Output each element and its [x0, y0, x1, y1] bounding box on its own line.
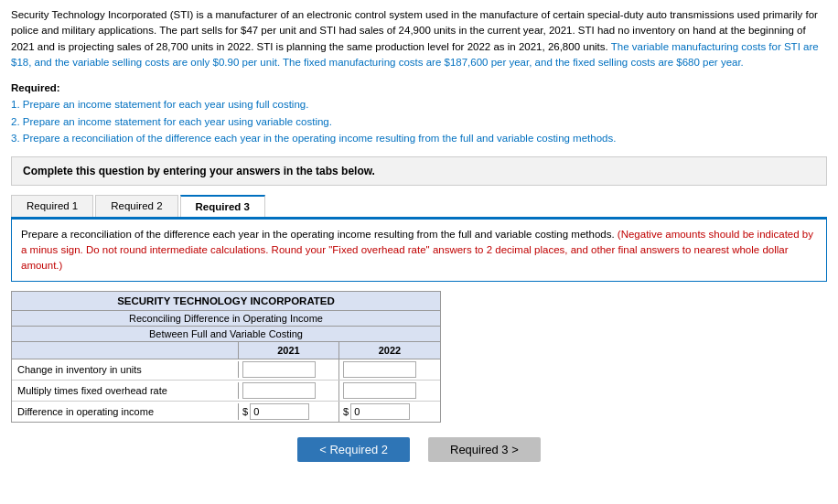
input-multiply-overhead-2021[interactable] [242, 382, 316, 399]
row-label-multiply-overhead: Multiply times fixed overhead rate [12, 382, 239, 399]
input-difference-income-2022[interactable] [350, 403, 410, 420]
next-required-3-button[interactable]: Required 3 > [428, 437, 541, 462]
tabs-row: Required 1 Required 2 Required 3 [11, 195, 827, 219]
table-header: SECURITY TECHNOLOGY INCORPORATED [12, 292, 440, 311]
tab-required-2[interactable]: Required 2 [95, 195, 177, 217]
input-change-inventory-2021[interactable] [242, 361, 316, 378]
dollar-sign-2022: $ [343, 406, 349, 417]
row-difference-income: Difference in operating income $ $ [12, 402, 440, 422]
instruction-red: (Negative amounts should be indicated by… [21, 229, 813, 272]
instruction-box: Prepare a reconciliation of the differen… [11, 219, 827, 283]
intro-paragraph: Security Technology Incorporated (STI) i… [11, 7, 827, 70]
tab-required-3[interactable]: Required 3 [180, 195, 265, 217]
tab-required-1[interactable]: Required 1 [11, 195, 93, 217]
reconciliation-table: SECURITY TECHNOLOGY INCORPORATED Reconci… [11, 291, 441, 423]
complete-box: Complete this question by entering your … [11, 156, 827, 186]
table-subheader2: Between Full and Variable Costing [12, 327, 440, 342]
row-multiply-overhead: Multiply times fixed overhead rate [12, 381, 440, 402]
prev-required-2-button[interactable]: < Required 2 [297, 437, 410, 462]
row-data-multiply-overhead-2021[interactable] [239, 381, 339, 401]
row-data-difference-income-2021[interactable]: $ [239, 402, 339, 422]
col-header-2021: 2021 [239, 342, 339, 359]
input-change-inventory-2022[interactable] [343, 361, 416, 378]
required-item-2: 2. Prepare an income statement for each … [11, 113, 827, 130]
input-difference-income-2021[interactable] [250, 403, 309, 420]
row-change-inventory: Change in inventory in units [12, 359, 440, 381]
row-data-change-inventory-2022[interactable] [339, 359, 440, 380]
col-header-2022: 2022 [339, 342, 440, 359]
row-label-change-inventory: Change in inventory in units [12, 361, 239, 378]
table-subheader1: Reconciling Difference in Operating Inco… [12, 311, 440, 327]
required-section: Required: 1. Prepare an income statement… [11, 80, 827, 147]
main-container: Security Technology Incorporated (STI) i… [0, 0, 838, 469]
table-col-headers: 2021 2022 [12, 342, 440, 359]
row-label-difference-income: Difference in operating income [12, 403, 239, 420]
required-item-1: 1. Prepare an income statement for each … [11, 96, 827, 113]
input-multiply-overhead-2022[interactable] [343, 382, 416, 399]
row-data-multiply-overhead-2022[interactable] [339, 381, 440, 401]
navigation-buttons: < Required 2 Required 3 > [11, 437, 827, 462]
dollar-sign-2021: $ [242, 406, 248, 417]
col-label-empty [12, 342, 239, 359]
row-data-change-inventory-2021[interactable] [239, 359, 339, 380]
required-item-3: 3. Prepare a reconciliation of the diffe… [11, 130, 827, 146]
required-header: Required: [11, 80, 827, 96]
row-data-difference-income-2022[interactable]: $ [339, 402, 440, 422]
